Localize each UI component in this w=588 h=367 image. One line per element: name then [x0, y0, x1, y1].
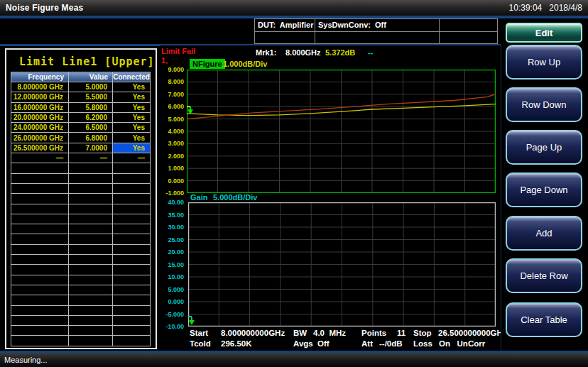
- table-cell-frequency[interactable]: [11, 224, 69, 234]
- table-cell-frequency[interactable]: [11, 295, 69, 305]
- table-row[interactable]: 26.500000 GHz7.0000Yes: [11, 143, 151, 153]
- table-cell-connected[interactable]: Yes: [113, 92, 151, 102]
- table-cell-value[interactable]: [69, 285, 113, 295]
- table-cell-frequency[interactable]: [11, 183, 69, 193]
- table-cell-connected[interactable]: [113, 336, 151, 346]
- table-cell-value[interactable]: [69, 183, 113, 193]
- table-cell-frequency[interactable]: [11, 194, 69, 204]
- table-cell-connected[interactable]: [113, 194, 151, 204]
- table-cell-connected[interactable]: [113, 173, 151, 183]
- table-cell-connected[interactable]: [113, 163, 151, 173]
- table-cell-frequency[interactable]: [11, 204, 69, 214]
- table-cell-connected[interactable]: [113, 224, 151, 234]
- table-cell-value[interactable]: —: [69, 153, 113, 163]
- table-row[interactable]: [11, 173, 151, 183]
- table-cell-connected[interactable]: Yes: [113, 123, 151, 133]
- table-cell-frequency[interactable]: [11, 244, 69, 254]
- table-row[interactable]: 16.000000 GHz5.8000Yes: [11, 102, 151, 112]
- table-cell-value[interactable]: 6.8000: [69, 133, 113, 143]
- table-cell-frequency[interactable]: [11, 255, 69, 265]
- table-cell-value[interactable]: [69, 315, 113, 325]
- table-row[interactable]: [11, 265, 151, 275]
- table-cell-value[interactable]: [69, 244, 113, 254]
- table-cell-connected[interactable]: [113, 255, 151, 265]
- table-cell-frequency[interactable]: [11, 336, 69, 346]
- table-row[interactable]: 12.000000 GHz5.5000Yes: [11, 92, 151, 102]
- table-row[interactable]: [11, 214, 151, 224]
- table-cell-value[interactable]: [69, 224, 113, 234]
- table-cell-frequency[interactable]: —: [11, 153, 69, 163]
- clear-table-button[interactable]: Clear Table: [506, 302, 582, 337]
- table-cell-value[interactable]: [69, 275, 113, 285]
- table-cell-frequency[interactable]: [11, 163, 69, 173]
- table-cell-connected[interactable]: [113, 285, 151, 295]
- table-row[interactable]: [11, 224, 151, 234]
- table-cell-connected[interactable]: —: [113, 153, 151, 163]
- table-cell-connected[interactable]: [113, 295, 151, 305]
- table-row[interactable]: [11, 204, 151, 214]
- table-cell-frequency[interactable]: [11, 275, 69, 285]
- table-row[interactable]: [11, 255, 151, 265]
- table-cell-frequency[interactable]: 16.000000 GHz: [11, 102, 69, 112]
- table-cell-value[interactable]: [69, 194, 113, 204]
- table-row[interactable]: ———: [11, 153, 151, 163]
- table-row[interactable]: [11, 305, 151, 315]
- table-cell-connected[interactable]: [113, 244, 151, 254]
- table-cell-value[interactable]: [69, 336, 113, 346]
- table-row[interactable]: [11, 183, 151, 193]
- table-cell-value[interactable]: [69, 255, 113, 265]
- edit-button[interactable]: Edit: [506, 23, 582, 43]
- table-cell-connected[interactable]: [113, 275, 151, 285]
- table-row[interactable]: 20.000000 GHz6.2000Yes: [11, 112, 151, 122]
- table-cell-value[interactable]: [69, 295, 113, 305]
- row-up-button[interactable]: Row Up: [506, 45, 582, 80]
- table-cell-value[interactable]: [69, 163, 113, 173]
- table-row[interactable]: 8.000000 GHz5.0000Yes: [11, 82, 151, 92]
- table-cell-value[interactable]: [69, 234, 113, 244]
- table-cell-connected[interactable]: Yes: [113, 143, 151, 153]
- table-cell-value[interactable]: [69, 173, 113, 183]
- table-cell-value[interactable]: [69, 265, 113, 275]
- table-cell-frequency[interactable]: [11, 214, 69, 224]
- table-cell-value[interactable]: 5.8000: [69, 102, 113, 112]
- table-cell-frequency[interactable]: [11, 285, 69, 295]
- table-row[interactable]: [11, 326, 151, 336]
- table-cell-frequency[interactable]: [11, 315, 69, 325]
- table-row[interactable]: [11, 295, 151, 305]
- table-row[interactable]: 24.000000 GHz6.5000Yes: [11, 123, 151, 133]
- table-cell-frequency[interactable]: 8.000000 GHz: [11, 82, 69, 92]
- table-row[interactable]: [11, 285, 151, 295]
- table-cell-frequency[interactable]: 26.500000 GHz: [11, 143, 69, 153]
- table-cell-value[interactable]: 5.5000: [69, 92, 113, 102]
- table-row[interactable]: 26.000000 GHz6.8000Yes: [11, 133, 151, 143]
- table-cell-value[interactable]: 6.2000: [69, 112, 113, 122]
- table-cell-connected[interactable]: [113, 234, 151, 244]
- table-cell-value[interactable]: 7.0000: [69, 143, 113, 153]
- table-cell-frequency[interactable]: 20.000000 GHz: [11, 112, 69, 122]
- table-cell-frequency[interactable]: [11, 234, 69, 244]
- table-cell-connected[interactable]: Yes: [113, 82, 151, 92]
- table-cell-frequency[interactable]: 24.000000 GHz: [11, 123, 69, 133]
- table-cell-frequency[interactable]: [11, 326, 69, 336]
- table-cell-connected[interactable]: Yes: [113, 133, 151, 143]
- page-down-button[interactable]: Page Down: [506, 172, 582, 207]
- table-cell-frequency[interactable]: [11, 265, 69, 275]
- table-cell-connected[interactable]: [113, 305, 151, 315]
- table-cell-value[interactable]: [69, 326, 113, 336]
- table-cell-value[interactable]: 6.5000: [69, 123, 113, 133]
- table-cell-value[interactable]: [69, 214, 113, 224]
- table-row[interactable]: [11, 315, 151, 325]
- table-cell-connected[interactable]: [113, 326, 151, 336]
- table-cell-frequency[interactable]: 26.000000 GHz: [11, 133, 69, 143]
- table-cell-value[interactable]: [69, 204, 113, 214]
- table-cell-value[interactable]: [69, 305, 113, 315]
- table-cell-connected[interactable]: [113, 204, 151, 214]
- page-up-button[interactable]: Page Up: [506, 130, 582, 165]
- table-cell-frequency[interactable]: [11, 305, 69, 315]
- table-row[interactable]: [11, 163, 151, 173]
- table-cell-frequency[interactable]: 12.000000 GHz: [11, 92, 69, 102]
- table-row[interactable]: [11, 234, 151, 244]
- add-button[interactable]: Add: [506, 216, 582, 251]
- table-cell-connected[interactable]: [113, 214, 151, 224]
- table-row[interactable]: [11, 244, 151, 254]
